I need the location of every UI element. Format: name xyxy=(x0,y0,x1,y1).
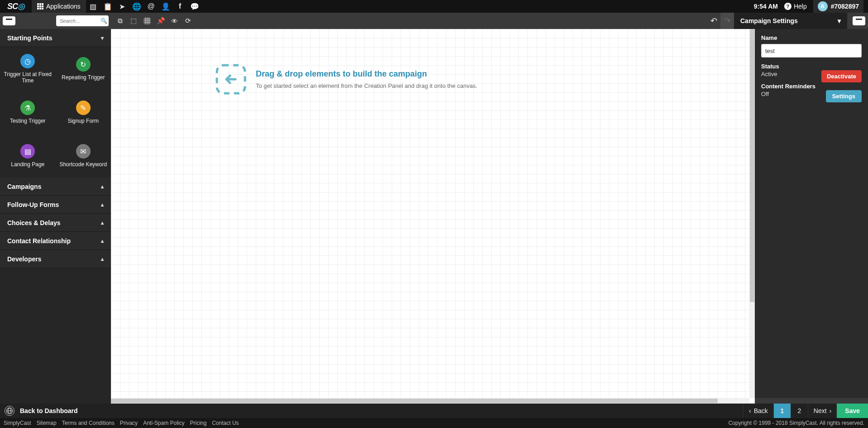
field-reminders: Content Reminders Off Settings xyxy=(761,83,862,97)
applications-menu[interactable]: Applications xyxy=(32,0,86,13)
pager-next[interactable]: Next › xyxy=(808,404,837,418)
footer-link-simplycast[interactable]: SimplyCast xyxy=(4,420,31,426)
collapse-right-button[interactable] xyxy=(853,16,865,25)
at-icon[interactable]: @ xyxy=(144,2,158,10)
section-starting-points[interactable]: Starting Points ▾ xyxy=(0,29,111,47)
section-follow-up-forms[interactable]: Follow-Up Forms ▴ xyxy=(0,196,111,214)
element-signup-form[interactable]: ✎ Signup Form xyxy=(56,91,111,134)
canvas-tools: ⧉ ⬚ 📌 👁 ⟳ xyxy=(113,13,195,29)
shortcode-icon: ✉ xyxy=(76,144,91,159)
palette-search[interactable]: 🔍 xyxy=(56,15,109,26)
svg-rect-9 xyxy=(6,19,12,20)
canvas-vertical-scrollbar[interactable] xyxy=(749,29,755,398)
repeat-icon: ↻ xyxy=(76,57,91,72)
dashboard-icon xyxy=(5,406,14,416)
section-campaigns[interactable]: Campaigns ▴ xyxy=(0,178,111,196)
preview-icon[interactable]: 👁 xyxy=(168,13,181,29)
clipboard-icon[interactable]: 📋 xyxy=(101,2,115,11)
refresh-icon[interactable]: ⟳ xyxy=(181,13,195,29)
pager: ‹ Back 1 2 Next › Save xyxy=(743,404,868,418)
save-button[interactable]: Save xyxy=(837,404,868,418)
settings-panel-header[interactable]: Campaign Settings ▾ xyxy=(734,13,847,29)
canvas-empty-text: To get started select an element from th… xyxy=(256,82,477,89)
canvas-horizontal-scrollbar[interactable] xyxy=(111,398,749,404)
field-status: Status Active Deactivate xyxy=(761,63,862,77)
campaign-canvas[interactable]: Drag & drop elements to build the campai… xyxy=(111,29,749,398)
section-contact-relationship[interactable]: Contact Relationship ▴ xyxy=(0,232,111,250)
clock-time: 9:54 AM xyxy=(754,3,778,10)
starting-points-grid: ◷ Trigger List at Fixed Time ↻ Repeating… xyxy=(0,47,111,178)
scroll-thumb[interactable] xyxy=(111,399,718,403)
applications-label: Applications xyxy=(46,3,81,10)
top-channel-icons: ▧ 📋 ➤ 🌐 @ 👤 f 💬 xyxy=(86,2,202,11)
help-link[interactable]: ? Help xyxy=(784,3,807,10)
chevron-up-icon: ▴ xyxy=(101,202,104,208)
scroll-thumb[interactable] xyxy=(750,29,754,302)
footer-link-privacy[interactable]: Privacy xyxy=(120,420,138,426)
person-icon[interactable]: 👤 xyxy=(158,2,173,11)
search-input[interactable] xyxy=(60,18,101,24)
element-label: Trigger List at Fixed Time xyxy=(3,71,53,84)
name-input[interactable] xyxy=(761,44,862,58)
logo[interactable]: SC◎ xyxy=(0,1,32,11)
collapse-left-button[interactable] xyxy=(3,16,15,25)
help-icon: ? xyxy=(784,3,791,10)
chart-icon[interactable]: ▧ xyxy=(86,2,101,11)
footer-link-terms[interactable]: Terms and Conditions xyxy=(62,420,115,426)
canvas-empty-heading: Drag & drop elements to build the campai… xyxy=(256,69,477,79)
campaign-settings-panel: Name Status Active Deactivate Content Re… xyxy=(755,29,868,404)
flask-icon: ⚗ xyxy=(20,101,35,115)
element-testing-trigger[interactable]: ⚗ Testing Trigger xyxy=(0,91,56,134)
chevron-right-icon: › xyxy=(830,407,832,414)
element-label: Testing Trigger xyxy=(10,118,46,124)
globe-arrow-icon[interactable]: 🌐 xyxy=(129,2,144,11)
chevron-up-icon: ▴ xyxy=(101,183,104,190)
account-chip[interactable]: A #7082897 xyxy=(813,0,863,13)
grid-icon xyxy=(37,3,43,10)
pin-icon[interactable]: 📌 xyxy=(154,13,168,29)
svg-rect-2 xyxy=(42,3,43,5)
facebook-icon[interactable]: f xyxy=(173,2,187,10)
logo-ring-icon: ◎ xyxy=(18,1,24,11)
section-label: Contact Relationship xyxy=(7,237,71,245)
chevron-up-icon: ▴ xyxy=(101,220,104,226)
settings-horizontal-scrollbar[interactable] xyxy=(755,398,868,404)
pager-page-2[interactable]: 2 xyxy=(791,404,808,418)
back-to-dashboard-label: Back to Dashboard xyxy=(20,407,78,414)
clock-icon: ◷ xyxy=(20,54,35,68)
element-landing-page[interactable]: ▤ Landing Page xyxy=(0,134,56,178)
element-trigger-list[interactable]: ◷ Trigger List at Fixed Time xyxy=(0,47,56,91)
element-repeating-trigger[interactable]: ↻ Repeating Trigger xyxy=(56,47,111,91)
undo-button[interactable]: ↶ xyxy=(707,13,720,29)
select-icon[interactable]: ⬚ xyxy=(127,13,140,29)
field-name: Name xyxy=(761,34,862,58)
chat-icon[interactable]: 💬 xyxy=(187,2,202,11)
redo-button[interactable]: ↷ xyxy=(720,13,734,29)
pager-page-1[interactable]: 1 xyxy=(773,404,791,418)
footer-link-contact[interactable]: Contact Us xyxy=(212,420,239,426)
section-developers[interactable]: Developers ▴ xyxy=(0,250,111,268)
help-label: Help xyxy=(794,3,807,10)
footer-link-antispam[interactable]: Anti-Spam Policy xyxy=(143,420,184,426)
svg-rect-6 xyxy=(37,8,39,10)
main-area: Starting Points ▾ ◷ Trigger List at Fixe… xyxy=(0,29,868,404)
deactivate-button[interactable]: Deactivate xyxy=(821,70,862,82)
back-to-dashboard-link[interactable]: Back to Dashboard xyxy=(0,406,78,416)
section-choices-delays[interactable]: Choices & Delays ▴ xyxy=(0,214,111,232)
avatar: A xyxy=(818,1,828,11)
pager-back[interactable]: ‹ Back xyxy=(743,404,773,418)
svg-rect-4 xyxy=(39,5,41,7)
canvas-empty-state: Drag & drop elements to build the campai… xyxy=(215,63,477,95)
top-bar: SC◎ Applications ▧ 📋 ➤ 🌐 @ 👤 f 💬 9:54 AM… xyxy=(0,0,868,13)
footer-link-pricing[interactable]: Pricing xyxy=(190,420,207,426)
reminders-settings-button[interactable]: Settings xyxy=(826,90,862,102)
copy-icon[interactable]: ⧉ xyxy=(113,13,127,29)
footer: SimplyCast Sitemap Terms and Conditions … xyxy=(0,418,868,428)
footer-link-sitemap[interactable]: Sitemap xyxy=(37,420,57,426)
send-icon[interactable]: ➤ xyxy=(115,2,129,11)
grid-toggle-icon[interactable] xyxy=(140,13,154,29)
element-shortcode-keyword[interactable]: ✉ Shortcode Keyword xyxy=(56,134,111,178)
creation-panel: Starting Points ▾ ◷ Trigger List at Fixe… xyxy=(0,29,111,404)
undo-redo-group: ↶ ↷ xyxy=(707,13,734,29)
svg-rect-1 xyxy=(39,3,41,5)
